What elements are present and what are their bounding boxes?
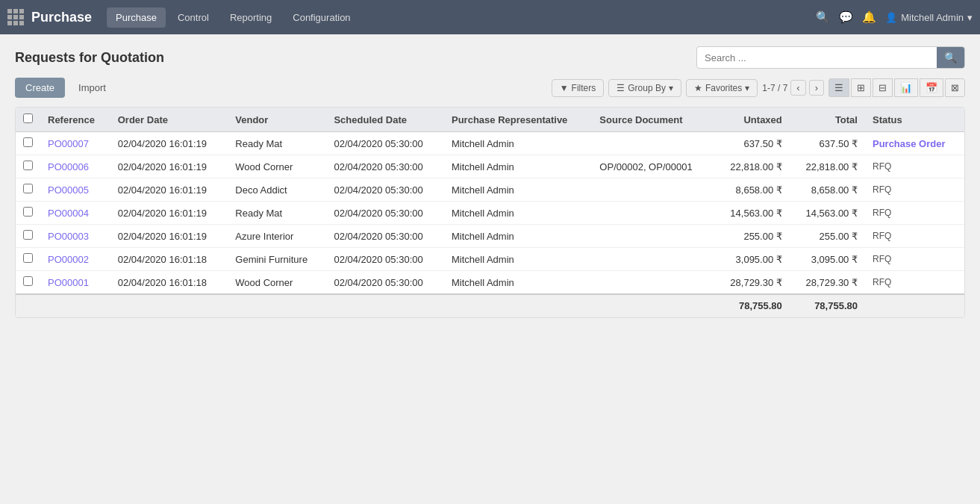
row-checkbox[interactable] [23, 276, 33, 286]
filters-label: Filters [572, 83, 596, 93]
group-by-button[interactable]: ☰ Group By ▾ [608, 79, 681, 97]
col-scheduled-date[interactable]: Scheduled Date [326, 108, 444, 132]
notification-icon[interactable]: 🔔 [862, 10, 876, 24]
create-button[interactable]: Create [15, 78, 65, 98]
nav-configuration[interactable]: Configuration [284, 7, 359, 28]
cell-reference[interactable]: PO00002 [40, 248, 110, 271]
cell-order-date: 02/04/2020 16:01:19 [110, 132, 228, 155]
totals-empty-3 [110, 294, 228, 317]
grid-view-button[interactable]: ⊟ [873, 78, 893, 97]
search-input[interactable] [697, 49, 937, 67]
nav-right: 🔍 💬 🔔 👤 Mitchell Admin ▾ [816, 10, 973, 24]
cell-source-doc [592, 202, 714, 225]
cell-status: RFQ [865, 271, 964, 295]
row-checkbox[interactable] [23, 137, 33, 147]
apps-menu-icon[interactable] [7, 9, 24, 25]
table-row[interactable]: PO00003 02/04/2020 16:01:19 Azure Interi… [16, 225, 964, 248]
navbar: Purchase Purchase Control Reporting Conf… [0, 0, 980, 34]
cell-source-doc [592, 178, 714, 202]
cell-reference[interactable]: PO00004 [40, 202, 110, 225]
pager-prev[interactable]: ‹ [790, 80, 805, 96]
group-chevron-icon: ▾ [669, 83, 673, 93]
cell-order-date: 02/04/2020 16:01:19 [110, 202, 228, 225]
cell-vendor: Ready Mat [228, 132, 326, 155]
table-row[interactable]: PO00001 02/04/2020 16:01:18 Wood Corner … [16, 271, 964, 295]
cell-purchase-rep: Mitchell Admin [444, 271, 592, 295]
cell-reference[interactable]: PO00003 [40, 225, 110, 248]
cell-total: 3,095.00 ₹ [790, 248, 865, 271]
table-row[interactable]: PO00004 02/04/2020 16:01:19 Ready Mat 02… [16, 202, 964, 225]
cell-order-date: 02/04/2020 16:01:18 [110, 271, 228, 295]
cell-source-doc [592, 225, 714, 248]
cell-source-doc: OP/00002, OP/00001 [592, 155, 714, 178]
totals-row: 78,755.80 78,755.80 [16, 294, 964, 317]
cell-vendor: Azure Interior [228, 225, 326, 248]
favorites-button[interactable]: ★ Favorites ▾ [686, 79, 758, 97]
table-row[interactable]: PO00002 02/04/2020 16:01:18 Gemini Furni… [16, 248, 964, 271]
message-icon[interactable]: 💬 [839, 10, 853, 24]
col-source-doc[interactable]: Source Document [592, 108, 714, 132]
cell-vendor: Deco Addict [228, 178, 326, 202]
cell-purchase-rep: Mitchell Admin [444, 202, 592, 225]
page-header: Requests for Quotation 🔍 [15, 46, 965, 69]
col-status[interactable]: Status [865, 108, 964, 132]
row-checkbox-cell [16, 155, 40, 178]
pager-next[interactable]: › [809, 80, 824, 96]
list-view-button[interactable]: ☰ [828, 78, 849, 97]
cell-source-doc [592, 132, 714, 155]
cell-untaxed: 22,818.00 ₹ [714, 155, 790, 178]
cell-scheduled-date: 02/04/2020 05:30:00 [326, 225, 444, 248]
user-menu[interactable]: 👤 Mitchell Admin ▾ [885, 12, 973, 23]
cell-reference[interactable]: PO00007 [40, 132, 110, 155]
table-row[interactable]: PO00005 02/04/2020 16:01:19 Deco Addict … [16, 178, 964, 202]
row-checkbox[interactable] [23, 161, 33, 170]
nav-reporting[interactable]: Reporting [221, 7, 281, 28]
col-order-date[interactable]: Order Date [110, 108, 228, 132]
cell-reference[interactable]: PO00005 [40, 178, 110, 202]
col-vendor[interactable]: Vendor [228, 108, 326, 132]
cell-purchase-rep: Mitchell Admin [444, 155, 592, 178]
search-button[interactable]: 🔍 [937, 47, 964, 68]
cell-reference[interactable]: PO00001 [40, 271, 110, 295]
table-row[interactable]: PO00006 02/04/2020 16:01:19 Wood Corner … [16, 155, 964, 178]
select-all-checkbox[interactable] [23, 113, 33, 123]
row-checkbox[interactable] [23, 253, 33, 263]
import-button[interactable]: Import [71, 78, 113, 98]
search-bar: 🔍 [696, 46, 965, 69]
cell-scheduled-date: 02/04/2020 05:30:00 [326, 132, 444, 155]
row-checkbox[interactable] [23, 184, 33, 193]
favorites-chevron-icon: ▾ [745, 83, 749, 93]
col-purchase-rep[interactable]: Purchase Representative [444, 108, 592, 132]
toolbar-left: Create Import [15, 78, 113, 98]
calendar-view-button[interactable]: 📅 [920, 78, 943, 97]
favorites-label: Favorites [705, 83, 742, 93]
cell-total: 8,658.00 ₹ [790, 178, 865, 202]
col-reference[interactable]: Reference [40, 108, 110, 132]
filters-button[interactable]: ▼ Filters [552, 79, 605, 97]
kanban-view-button[interactable]: ⊞ [851, 78, 871, 97]
row-checkbox[interactable] [23, 230, 33, 240]
col-untaxed[interactable]: Untaxed [714, 108, 790, 132]
row-checkbox[interactable] [23, 207, 33, 217]
table-row[interactable]: PO00007 02/04/2020 16:01:19 Ready Mat 02… [16, 132, 964, 155]
cell-total: 14,563.00 ₹ [790, 202, 865, 225]
pivot-view-button[interactable]: ⊠ [945, 78, 965, 97]
main-content: Requests for Quotation 🔍 Create Import ▼… [0, 34, 980, 504]
chart-view-button[interactable]: 📊 [894, 78, 918, 97]
row-checkbox-cell [16, 202, 40, 225]
cell-status: RFQ [865, 202, 964, 225]
col-total[interactable]: Total [790, 108, 865, 132]
page-title: Requests for Quotation [15, 50, 164, 66]
app-brand: Purchase [31, 10, 92, 25]
cell-reference[interactable]: PO00006 [40, 155, 110, 178]
totals-empty-4 [228, 294, 326, 317]
header-checkbox-col [16, 108, 40, 132]
nav-menu: Purchase Control Reporting Configuration [107, 7, 808, 28]
search-nav-icon[interactable]: 🔍 [816, 10, 830, 24]
filter-icon: ▼ [560, 83, 569, 93]
nav-purchase[interactable]: Purchase [107, 7, 166, 28]
nav-control[interactable]: Control [169, 7, 218, 28]
cell-purchase-rep: Mitchell Admin [444, 248, 592, 271]
cell-source-doc [592, 248, 714, 271]
cell-untaxed: 3,095.00 ₹ [714, 248, 790, 271]
